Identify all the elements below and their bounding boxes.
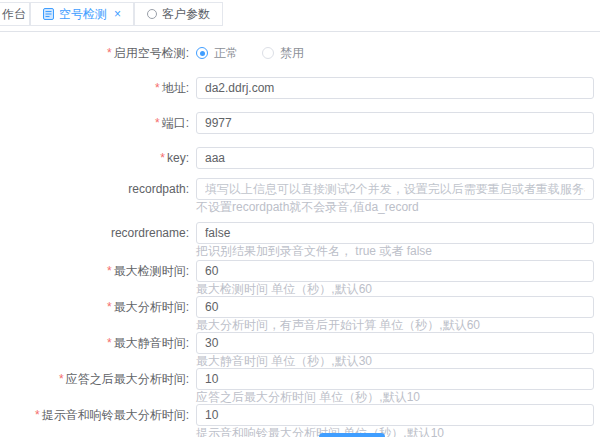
- enable-radio-group: 正常 禁用: [196, 42, 594, 64]
- form-row-after-answer-time: *应答之后最大分析时间: 应答之后最大分析时间 单位（秒）,默认10: [0, 368, 600, 404]
- form-row-key: *key:: [0, 147, 600, 169]
- form-row-recordpath: recordpath: 不设置recordpath就不会录音,值da_recor…: [0, 178, 600, 214]
- required-asterisk: *: [155, 81, 160, 95]
- form-row-address: *地址:: [0, 77, 600, 99]
- form-row-prompt-ring-time: *提示音和响铃最大分析时间: 提示音和响铃最大分析时间 单位（秒）,默认10: [0, 404, 600, 437]
- recordpath-input[interactable]: [196, 178, 594, 200]
- form-row-enable: *启用空号检测: 正常 禁用: [0, 42, 600, 64]
- field-label: *启用空号检测:: [0, 42, 196, 64]
- field-label: *最大检测时间:: [0, 260, 196, 282]
- form-row-max-analyze-time: *最大分析时间: 最大分析时间，有声音后开始计算 单位（秒）,默认60: [0, 296, 600, 332]
- required-asterisk: *: [107, 264, 112, 278]
- required-asterisk: *: [160, 151, 165, 165]
- field-label: recordrename:: [0, 222, 196, 244]
- field-hint: 应答之后最大分析时间 单位（秒）,默认10: [196, 391, 594, 404]
- form-row-max-detect-time: *最大检测时间: 最大检测时间 单位（秒）,默认60: [0, 260, 600, 296]
- close-icon[interactable]: ×: [114, 8, 121, 20]
- form-row-recordrename: recordrename: 把识别结果加到录音文件名， true 或者 fals…: [0, 222, 600, 258]
- recordrename-input[interactable]: [196, 222, 594, 244]
- radio-label: 禁用: [280, 45, 304, 62]
- field-label: *最大静音时间:: [0, 332, 196, 354]
- field-hint: 最大检测时间 单位（秒）,默认60: [196, 283, 594, 296]
- ring-icon: [147, 9, 157, 19]
- field-hint: 把识别结果加到录音文件名， true 或者 false: [196, 245, 594, 258]
- radio-dot-icon: [262, 47, 274, 59]
- field-label: *应答之后最大分析时间:: [0, 368, 196, 390]
- field-label: *最大分析时间:: [0, 296, 196, 318]
- required-asterisk: *: [107, 46, 112, 60]
- field-label: recordpath:: [0, 178, 196, 200]
- required-asterisk: *: [107, 300, 112, 314]
- max-analyze-time-input[interactable]: [196, 296, 594, 318]
- field-label: *提示音和响铃最大分析时间:: [0, 404, 196, 426]
- address-input[interactable]: [196, 77, 594, 99]
- prompt-ring-time-input[interactable]: [196, 404, 594, 426]
- field-label: *key:: [0, 147, 196, 169]
- field-hint: 最大分析时间，有声音后开始计算 单位（秒）,默认60: [196, 319, 594, 332]
- field-hint: 提示音和响铃最大分析时间 单位（秒）,默认10: [196, 427, 594, 437]
- tab-bar: 作台 空号检测 × 客户参数: [0, 2, 600, 28]
- radio-disabled[interactable]: 禁用: [262, 45, 304, 62]
- field-hint: 最大静音时间 单位（秒）,默认30: [196, 355, 594, 368]
- form-row-port: *端口:: [0, 112, 600, 134]
- key-input[interactable]: [196, 147, 594, 169]
- max-detect-time-input[interactable]: [196, 260, 594, 282]
- document-icon: [43, 8, 54, 20]
- save-button[interactable]: [319, 433, 385, 437]
- tab-customer-params[interactable]: 客户参数: [134, 2, 223, 26]
- tab-workbench[interactable]: 作台: [0, 2, 30, 26]
- radio-label: 正常: [214, 45, 238, 62]
- tab-empty-number-check[interactable]: 空号检测 ×: [30, 2, 134, 26]
- tabbar-divider: [0, 31, 600, 32]
- radio-dot-icon: [196, 47, 208, 59]
- empty-number-check-form: *启用空号检测: 正常 禁用 *地址: *端口: *key: recordpat…: [0, 28, 600, 437]
- max-silence-time-input[interactable]: [196, 332, 594, 354]
- required-asterisk: *: [35, 408, 40, 422]
- port-input[interactable]: [196, 112, 594, 134]
- required-asterisk: *: [59, 372, 64, 386]
- required-asterisk: *: [107, 336, 112, 350]
- tab-label: 客户参数: [162, 6, 210, 23]
- field-label: *地址:: [0, 77, 196, 99]
- form-row-max-silence-time: *最大静音时间: 最大静音时间 单位（秒）,默认30: [0, 332, 600, 368]
- field-label: *端口:: [0, 112, 196, 134]
- radio-normal[interactable]: 正常: [196, 45, 238, 62]
- field-hint: 不设置recordpath就不会录音,值da_record: [196, 201, 594, 214]
- after-answer-time-input[interactable]: [196, 368, 594, 390]
- tab-label: 空号检测: [59, 6, 107, 23]
- required-asterisk: *: [155, 116, 160, 130]
- tab-label: 作台: [2, 6, 26, 23]
